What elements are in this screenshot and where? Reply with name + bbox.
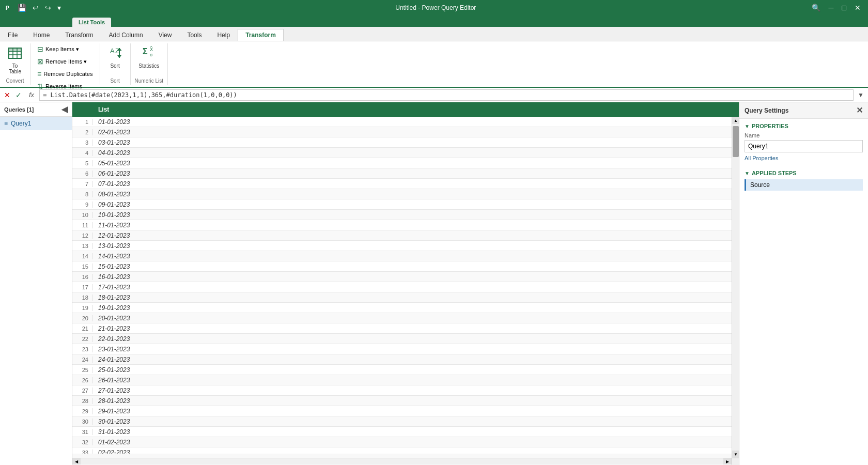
vertical-scrollbar[interactable]: ▲ ▼ bbox=[732, 117, 739, 458]
main-layout: Queries [1] ◀ ≡ Query1 List 1 01-01-2023… bbox=[0, 102, 868, 465]
table-row: 7 07-01-2023 bbox=[72, 179, 732, 189]
name-input[interactable] bbox=[745, 140, 863, 152]
tab-transform-active[interactable]: Transform bbox=[238, 29, 284, 41]
undo-button[interactable]: ↩ bbox=[30, 3, 41, 13]
table-row: 1 01-01-2023 bbox=[72, 117, 732, 127]
window-title: Untitled - Power Query Editor bbox=[395, 4, 476, 11]
step-item-source-label: Source bbox=[750, 181, 770, 189]
settings-close-button[interactable]: ✕ bbox=[856, 105, 863, 115]
tab-help[interactable]: Help bbox=[209, 29, 238, 41]
ribbon-group-convert-content: ToTable bbox=[4, 43, 26, 77]
numeric-list-group-label: Numeric List bbox=[135, 77, 164, 85]
table-row: 16 16-01-2023 bbox=[72, 272, 732, 282]
table-row: 19 19-01-2023 bbox=[72, 303, 732, 313]
row-value: 17-01-2023 bbox=[93, 284, 130, 291]
table-row: 22 22-01-2023 bbox=[72, 334, 732, 344]
all-properties-link[interactable]: All Properties bbox=[745, 155, 778, 161]
statistics-label: Statistics bbox=[138, 63, 159, 69]
formula-bar: ✕ ✓ fx ▼ bbox=[0, 88, 868, 102]
row-number: 5 bbox=[72, 160, 93, 166]
table-row: 11 11-01-2023 bbox=[72, 220, 732, 230]
table-row: 18 18-01-2023 bbox=[72, 292, 732, 303]
formula-input[interactable] bbox=[39, 89, 854, 101]
tab-tools[interactable]: Tools bbox=[179, 29, 209, 41]
row-number: 4 bbox=[72, 150, 93, 156]
minimize-button[interactable]: ─ bbox=[826, 3, 837, 13]
ribbon-group-numeric-list: Σ X̄ σ Statistics Numeric List bbox=[131, 43, 168, 85]
remove-items-button[interactable]: ⊠ Remove Items ▾ bbox=[35, 56, 96, 67]
data-area: List 1 01-01-2023 2 02-01-2023 3 03-01-2… bbox=[72, 102, 739, 465]
close-button[interactable]: ✕ bbox=[851, 3, 864, 13]
qat-dropdown[interactable]: ▾ bbox=[55, 3, 63, 13]
settings-panel-header: Query Settings ✕ bbox=[739, 102, 868, 119]
row-value: 19-01-2023 bbox=[93, 304, 130, 312]
statistics-button[interactable]: Σ X̄ σ Statistics bbox=[135, 43, 163, 71]
context-tab-list-tools[interactable]: List Tools bbox=[72, 18, 111, 27]
row-value: 08-01-2023 bbox=[93, 191, 130, 198]
table-row: 10 10-01-2023 bbox=[72, 210, 732, 220]
scrollbar-left-arrow[interactable]: ◀ bbox=[72, 458, 81, 464]
scrollbar-down-arrow[interactable]: ▼ bbox=[732, 451, 739, 458]
row-number: 7 bbox=[72, 181, 93, 187]
row-value: 21-01-2023 bbox=[93, 325, 130, 332]
row-value: 16-01-2023 bbox=[93, 273, 130, 281]
formula-dropdown-button[interactable]: ▼ bbox=[856, 90, 866, 100]
redo-button[interactable]: ↪ bbox=[43, 3, 53, 13]
formula-cancel-button[interactable]: ✕ bbox=[2, 90, 12, 100]
tab-home[interactable]: Home bbox=[25, 29, 57, 41]
step-item-source[interactable]: Source bbox=[745, 179, 863, 191]
queries-panel-collapse-button[interactable]: ◀ bbox=[61, 104, 68, 114]
row-value: 22-01-2023 bbox=[93, 335, 130, 343]
scrollbar-thumb[interactable] bbox=[733, 126, 739, 157]
save-button[interactable]: 💾 bbox=[16, 3, 28, 13]
tab-add-column[interactable]: Add Column bbox=[101, 29, 151, 41]
row-value: 01-02-2023 bbox=[93, 439, 130, 446]
row-value: 13-01-2023 bbox=[93, 242, 130, 250]
app-icon: P bbox=[4, 4, 12, 12]
reverse-items-label: Reverse Items bbox=[45, 83, 82, 89]
row-value: 27-01-2023 bbox=[93, 387, 130, 394]
svg-text:Σ: Σ bbox=[143, 47, 148, 56]
row-value: 20-01-2023 bbox=[93, 315, 130, 322]
remove-duplicates-button[interactable]: ≡ Remove Duplicates bbox=[35, 68, 96, 80]
ribbon-group-sort: A Z Sort Sort bbox=[100, 43, 131, 85]
ribbon-group-manage-content: ⊟ Keep Items ▾ ⊠ Remove Items ▾ ≡ Remove… bbox=[35, 43, 96, 92]
query-item-query1[interactable]: ≡ Query1 bbox=[0, 117, 72, 130]
settings-panel: Query Settings ✕ PROPERTIES Name All Pro… bbox=[739, 102, 868, 465]
sort-group-label: Sort bbox=[110, 77, 119, 85]
keep-items-button[interactable]: ⊟ Keep Items ▾ bbox=[35, 43, 96, 55]
tab-view[interactable]: View bbox=[151, 29, 180, 41]
table-row: 8 08-01-2023 bbox=[72, 189, 732, 199]
remove-duplicates-label: Remove Duplicates bbox=[43, 71, 92, 77]
svg-text:X̄: X̄ bbox=[150, 47, 153, 52]
row-value: 02-01-2023 bbox=[93, 129, 130, 136]
restore-button[interactable]: □ bbox=[839, 3, 849, 13]
row-value: 03-01-2023 bbox=[93, 139, 130, 146]
row-number: 19 bbox=[72, 305, 93, 311]
row-number: 31 bbox=[72, 429, 93, 435]
row-number: 33 bbox=[72, 450, 93, 454]
row-value: 10-01-2023 bbox=[93, 211, 130, 219]
table-row: 29 29-01-2023 bbox=[72, 406, 732, 416]
scrollbar-right-arrow[interactable]: ▶ bbox=[723, 458, 732, 464]
row-value: 01-01-2023 bbox=[93, 118, 130, 126]
formula-confirm-button[interactable]: ✓ bbox=[13, 90, 24, 100]
keep-items-label: Keep Items ▾ bbox=[45, 46, 79, 53]
sort-button[interactable]: A Z Sort bbox=[104, 43, 126, 71]
row-number: 17 bbox=[72, 284, 93, 290]
list-column-header: List bbox=[93, 106, 739, 113]
applied-steps-section: APPLIED STEPS Source bbox=[739, 166, 868, 196]
search-button[interactable]: 🔍 bbox=[809, 3, 824, 13]
horizontal-scrollbar[interactable]: ◀ ▶ bbox=[72, 458, 732, 464]
table-row: 6 06-01-2023 bbox=[72, 168, 732, 179]
to-table-button[interactable]: ToTable bbox=[4, 43, 26, 77]
row-number: 8 bbox=[72, 191, 93, 197]
row-number: 14 bbox=[72, 253, 93, 259]
row-value: 30-01-2023 bbox=[93, 418, 130, 425]
row-number: 3 bbox=[72, 140, 93, 146]
row-value: 11-01-2023 bbox=[93, 222, 130, 229]
scrollbar-up-arrow[interactable]: ▲ bbox=[732, 117, 739, 124]
tab-file[interactable]: File bbox=[0, 29, 25, 41]
tab-transform-main[interactable]: Transform bbox=[57, 29, 101, 41]
properties-section: PROPERTIES Name All Properties bbox=[739, 119, 868, 166]
